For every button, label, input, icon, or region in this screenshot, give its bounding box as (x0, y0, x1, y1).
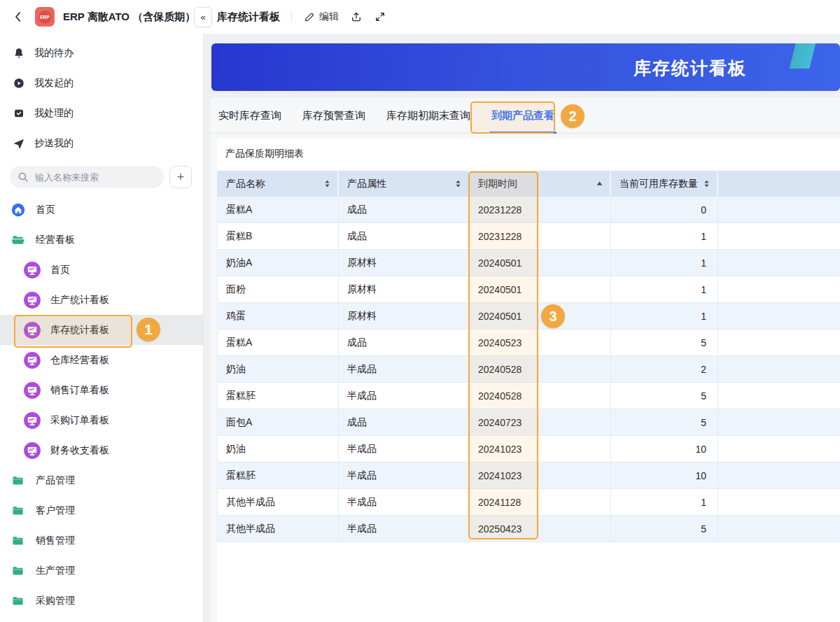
table-row: 其他半成品半成品202504235 (218, 516, 840, 542)
table-cell: 10 (611, 462, 718, 488)
table-cell: 奶油A (218, 250, 339, 276)
folder-open-icon (11, 233, 25, 247)
tab-realtime-inventory[interactable]: 实时库存查询 (218, 98, 281, 133)
column-header-available-stock[interactable]: 当前可用库存数量 (611, 171, 718, 197)
table-cell (718, 356, 840, 382)
table-card: 产品保质期明细表 产品名称 产品属性 到期时间 (217, 139, 840, 622)
table-cell: 20240501 (470, 303, 611, 329)
sort-both-icon[interactable] (455, 179, 461, 188)
sidebar-folder-business-dashboards[interactable]: 经营看板 (0, 225, 203, 255)
table-cell: 蛋糕B (218, 223, 339, 249)
table-cell: 蛋糕A (218, 330, 339, 355)
sidebar-item-sales-order-dashboard[interactable]: 销售订单看板 (0, 375, 203, 405)
sidebar-item-cc-me[interactable]: 抄送我的 (0, 128, 203, 158)
table-cell: 1 (611, 489, 718, 515)
edit-button[interactable]: 编辑 (303, 10, 339, 23)
search-input[interactable] (34, 171, 157, 183)
dashboard-panel: 实时库存查询 库存预警查询 库存期初期末查询 到期产品查看 产品保质期明细表 产… (210, 98, 840, 622)
table-cell: 奶油 (218, 436, 339, 462)
dashboard-icon (23, 321, 41, 339)
app-window: ERP ERP 离散ATO （含保质期） « 库存统计看板 编辑 我的待 (0, 0, 840, 622)
sidebar-item-home[interactable]: 首页 (0, 195, 203, 225)
table-cell: 20240528 (470, 356, 611, 382)
table-cell: 原材料 (339, 250, 470, 276)
sort-both-icon[interactable] (704, 179, 710, 188)
table-cell (718, 197, 840, 222)
home-icon (11, 203, 25, 217)
sidebar-item-finance-dashboard[interactable]: 财务收支看板 (0, 435, 203, 465)
table-cell: 鸡蛋 (218, 303, 339, 329)
table-cell: 1 (611, 250, 718, 276)
table-cell: 5 (611, 516, 718, 542)
table-cell: 半成品 (339, 356, 470, 382)
table-cell: 成品 (339, 409, 470, 435)
banner-decoration (735, 43, 840, 69)
page-title: 库存统计看板 (217, 10, 280, 24)
dashboard-banner: 库存统计看板 (211, 43, 840, 91)
sidebar-item-my-todo[interactable]: 我的待办 (0, 38, 203, 68)
table-cell: 蛋糕胚 (218, 383, 339, 409)
fullscreen-button[interactable] (374, 10, 386, 23)
annotation-badge-1: 1 (136, 318, 160, 341)
table-cell: 半成品 (339, 383, 470, 409)
sidebar-folder-customer-mgmt[interactable]: 客户管理 (0, 495, 203, 525)
sidebar-item-purchase-order-dashboard[interactable]: 采购订单看板 (0, 405, 203, 435)
table-cell: 5 (611, 383, 718, 409)
sort-ascending-icon[interactable] (596, 179, 603, 188)
table-row: 蛋糕胚半成品2024102310 (218, 462, 840, 489)
table-cell: 成品 (339, 197, 470, 222)
sidebar-folder-production-mgmt[interactable]: 生产管理 (0, 556, 203, 586)
task-check-icon (13, 107, 25, 120)
table-cell: 2 (611, 356, 718, 382)
table-row: 蛋糕胚半成品202405285 (218, 383, 840, 409)
sidebar-item-production-dashboard[interactable]: 生产统计看板 (0, 285, 203, 315)
sidebar-folder-purchase-mgmt[interactable]: 采购管理 (0, 586, 203, 616)
table-cell: 其他半成品 (218, 489, 339, 515)
sidebar-item-warehouse-dashboard[interactable]: 仓库经营看板 (0, 345, 203, 375)
table-row: 蛋糕A成品202312280 (218, 197, 840, 223)
table-row: 蛋糕A成品202405235 (218, 330, 840, 356)
sidebar-folder-sales-mgmt[interactable]: 销售管理 (0, 525, 203, 556)
table-cell (718, 409, 840, 435)
share-upload-icon (350, 10, 363, 23)
banner-title: 库存统计看板 (634, 57, 747, 80)
share-button[interactable] (350, 10, 363, 23)
table-cell: 20240501 (470, 250, 611, 276)
dashboard-icon (23, 291, 41, 309)
tab-inventory-period[interactable]: 库存期初期末查询 (386, 98, 470, 133)
annotation-badge-2: 2 (561, 104, 584, 128)
sort-both-icon[interactable] (324, 179, 330, 188)
sidebar-item-dashboard-home[interactable]: 首页 (0, 255, 203, 285)
back-button[interactable] (10, 8, 27, 25)
app-logo-icon: ERP (35, 7, 55, 27)
table-cell: 半成品 (339, 436, 470, 462)
table-cell: 20231228 (470, 197, 611, 222)
column-header-expiry-date[interactable]: 到期时间 (470, 171, 611, 197)
table-cell (718, 436, 840, 462)
sidebar-folder-product-mgmt[interactable]: 产品管理 (0, 465, 203, 495)
play-circle-icon (13, 77, 25, 90)
table-cell: 蛋糕A (218, 197, 339, 222)
folder-icon (11, 594, 25, 608)
tab-expired-products[interactable]: 到期产品查看 (491, 98, 554, 133)
app-title: ERP 离散ATO （含保质期） (63, 10, 195, 24)
table-row: 奶油半成品2024102310 (218, 436, 840, 462)
sidebar: 我的待办 我发起的 我处理的 抄送我的 + (0, 34, 203, 622)
sidebar-collapse-button[interactable]: « (194, 7, 212, 27)
table-cell (718, 303, 840, 329)
add-button[interactable]: + (169, 166, 192, 188)
dashboard-icon (23, 261, 41, 279)
table-cell (718, 383, 840, 409)
table-cell: 半成品 (339, 462, 470, 488)
sidebar-search[interactable] (10, 166, 164, 188)
column-header-product-name[interactable]: 产品名称 (218, 171, 339, 197)
column-header-product-attribute[interactable]: 产品属性 (339, 171, 470, 197)
table-row: 面包A成品202407235 (218, 409, 840, 436)
table-cell: 原材料 (339, 303, 470, 329)
sidebar-item-initiated-by-me[interactable]: 我发起的 (0, 68, 203, 98)
sidebar-divider (203, 0, 204, 622)
sidebar-item-inventory-dashboard[interactable]: 库存统计看板 (0, 315, 203, 345)
table-cell: 奶油 (218, 356, 339, 382)
tab-inventory-warning[interactable]: 库存预警查询 (302, 98, 365, 133)
sidebar-item-handled-by-me[interactable]: 我处理的 (0, 98, 203, 128)
